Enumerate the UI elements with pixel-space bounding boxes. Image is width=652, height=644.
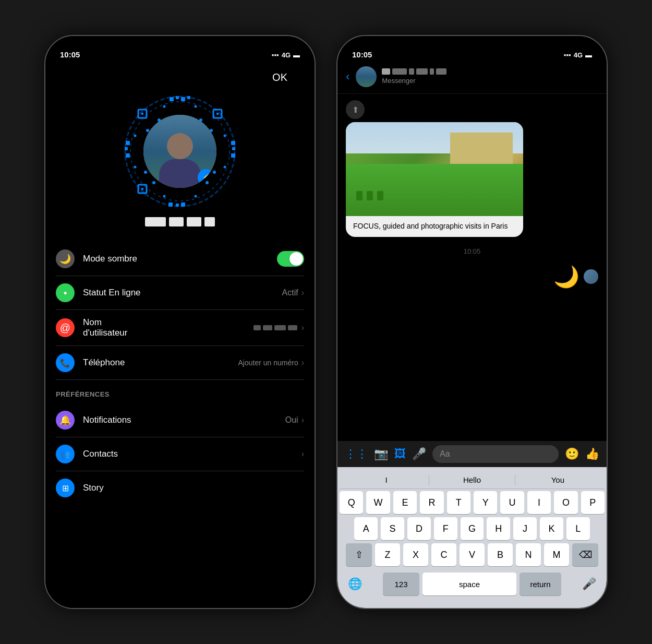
svg-rect-20 [141, 188, 143, 190]
ok-button[interactable]: OK [272, 71, 287, 84]
seen-avatar [584, 269, 598, 284]
svg-point-32 [195, 195, 197, 198]
key-r[interactable]: R [420, 491, 443, 514]
svg-rect-4 [181, 97, 185, 101]
svg-point-34 [224, 135, 226, 137]
emoji-icon[interactable]: 🙂 [565, 447, 579, 461]
key-f[interactable]: F [434, 517, 457, 540]
svg-rect-18 [216, 113, 219, 115]
contacts-icon: 👥 [56, 445, 75, 463]
key-z[interactable]: Z [375, 543, 400, 566]
status-icons-1: ▪▪▪ 4G ▬ [272, 51, 300, 59]
key-o[interactable]: O [554, 491, 577, 514]
space-key[interactable]: space [422, 573, 516, 595]
key-u[interactable]: U [500, 491, 524, 514]
delete-key[interactable]: ⌫ [572, 543, 598, 566]
telephone-label: Téléphone [83, 357, 238, 368]
key-c[interactable]: C [431, 543, 456, 566]
microphone-icon[interactable]: 🎤 [412, 447, 426, 461]
settings-item-telephone[interactable]: 📞 Téléphone Ajouter un numéro › [56, 346, 304, 380]
keyboard-row-3: ⇧ Z X C V B N M ⌫ [340, 543, 605, 566]
messenger-screen: ‹ Messenger ⬆ [337, 62, 607, 608]
key-w[interactable]: W [366, 491, 390, 514]
shift-key[interactable]: ⇧ [346, 543, 372, 566]
settings-item-notifications[interactable]: 🔔 Notifications Oui › [56, 403, 304, 437]
message-input-field[interactable]: Aa [432, 445, 559, 463]
svg-point-31 [163, 195, 166, 198]
key-s[interactable]: S [381, 517, 404, 540]
apps-icon[interactable]: ⋮⋮ [345, 447, 368, 461]
suggestion-i[interactable]: I [344, 474, 429, 485]
notifications-label: Notifications [83, 415, 285, 425]
svg-point-35 [134, 166, 137, 169]
keyboard-bottom-row: 🌐 123 space return 🎤 [340, 569, 605, 606]
globe-icon[interactable]: 🌐 [348, 577, 362, 591]
svg-rect-3 [176, 96, 179, 99]
telephone-icon: 📞 [56, 353, 75, 372]
messenger-toolbar: ⋮⋮ 📷 🖼 🎤 Aa 🙂 👍 [337, 441, 607, 467]
notifications-icon: 🔔 [56, 411, 75, 430]
word-suggestions: I Hello You [340, 471, 605, 489]
suggestion-you[interactable]: You [515, 474, 600, 485]
settings-item-contacts[interactable]: 👥 Contacts › [56, 437, 304, 471]
notch-2 [430, 36, 514, 52]
svg-rect-7 [176, 204, 179, 207]
story-icon: ⊞ [56, 479, 75, 497]
message-text: FOCUS, guided and photographic visits in… [346, 216, 523, 237]
key-g[interactable]: G [461, 517, 484, 540]
battery-icon-2: ▬ [585, 51, 592, 59]
settings-item-username[interactable]: @ Nomd'utilisateur › [56, 310, 304, 346]
key-d[interactable]: D [407, 517, 431, 540]
key-v[interactable]: V [460, 543, 485, 566]
settings-item-online[interactable]: ● Statut En ligne Actif › [56, 276, 304, 310]
key-b[interactable]: B [488, 543, 513, 566]
key-x[interactable]: X [403, 543, 428, 566]
username-chevron: › [301, 323, 304, 332]
key-q[interactable]: Q [340, 491, 363, 514]
key-m[interactable]: M [544, 543, 569, 566]
svg-rect-2 [170, 97, 174, 101]
phone2-power-btn[interactable] [607, 130, 608, 166]
online-icon: ● [56, 283, 75, 302]
like-icon[interactable]: 👍 [585, 447, 599, 461]
suggestion-hello[interactable]: Hello [429, 474, 514, 485]
power-btn[interactable] [315, 130, 316, 166]
key-p[interactable]: P [581, 491, 605, 514]
network-type: 4G [282, 51, 291, 59]
telephone-chevron: › [301, 358, 304, 367]
key-h[interactable]: H [487, 517, 510, 540]
image-icon[interactable]: 🖼 [394, 447, 406, 461]
voice-icon[interactable]: 🎤 [582, 577, 596, 591]
key-l[interactable]: L [566, 517, 590, 540]
notifications-value: Oui [285, 415, 298, 425]
numbers-key[interactable]: 123 [383, 573, 419, 595]
time-2: 10:05 [352, 50, 372, 59]
app-label: Messenger [382, 77, 415, 85]
moon-icon: 🌙 [553, 265, 579, 289]
key-i[interactable]: I [527, 491, 551, 514]
svg-rect-14 [231, 153, 235, 158]
back-button[interactable]: ‹ [346, 70, 349, 84]
message-card: FOCUS, guided and photographic visits in… [346, 122, 523, 237]
key-y[interactable]: Y [474, 491, 497, 514]
svg-rect-9 [126, 141, 130, 145]
settings-item-dark-mode[interactable]: 🌙 Mode sombre [56, 242, 304, 276]
dark-mode-toggle[interactable] [277, 251, 304, 267]
key-k[interactable]: K [540, 517, 563, 540]
key-a[interactable]: A [354, 517, 378, 540]
share-button[interactable]: ⬆ [346, 100, 365, 119]
profile-name [145, 217, 215, 226]
return-key[interactable]: return [520, 573, 561, 595]
settings-item-story[interactable]: ⊞ Story [56, 471, 304, 505]
key-j[interactable]: J [513, 517, 537, 540]
key-e[interactable]: E [393, 491, 417, 514]
keyboard-row-1: Q W E R T Y U I O P [340, 491, 605, 514]
story-label: Story [83, 483, 304, 493]
battery-icon: ▬ [293, 51, 300, 59]
key-n[interactable]: N [516, 543, 541, 566]
moon-area: 🌙 [346, 265, 598, 289]
camera-icon[interactable]: 📷 [374, 447, 388, 461]
svg-rect-12 [231, 141, 235, 145]
key-t[interactable]: T [447, 491, 470, 514]
svg-point-30 [195, 105, 197, 108]
